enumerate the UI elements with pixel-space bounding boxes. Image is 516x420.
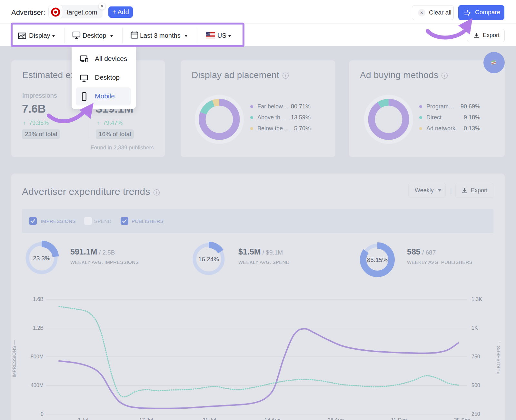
svg-text:800M: 800M (31, 354, 44, 359)
svg-text:1.2B: 1.2B (33, 325, 44, 331)
svg-text:25 Sep: 25 Sep (454, 417, 471, 420)
svg-text:3 Jul: 3 Jul (77, 417, 88, 420)
svg-text:11 Sep: 11 Sep (391, 417, 407, 420)
svg-text:28 Aug: 28 Aug (328, 417, 344, 420)
svg-text:23.3%: 23.3% (33, 255, 50, 262)
svg-text:PUBLISHERS …: PUBLISHERS … (496, 340, 501, 375)
svg-text:85.15%: 85.15% (367, 256, 388, 263)
svg-text:500: 500 (471, 383, 480, 388)
svg-text:16.24%: 16.24% (198, 256, 219, 263)
svg-text:IMPRESSIONS —: IMPRESSIONS — (12, 340, 17, 377)
svg-text:250: 250 (471, 411, 480, 417)
svg-text:1.6B: 1.6B (33, 296, 44, 302)
svg-text:1K: 1K (471, 325, 478, 331)
svg-text:0: 0 (41, 411, 44, 417)
svg-text:31 Jul: 31 Jul (203, 417, 216, 420)
svg-text:17 Jul: 17 Jul (139, 417, 153, 420)
svg-text:1.3K: 1.3K (471, 296, 482, 302)
svg-text:400M: 400M (31, 383, 44, 388)
svg-text:14 Aug: 14 Aug (264, 417, 281, 420)
svg-text:750: 750 (471, 354, 480, 359)
